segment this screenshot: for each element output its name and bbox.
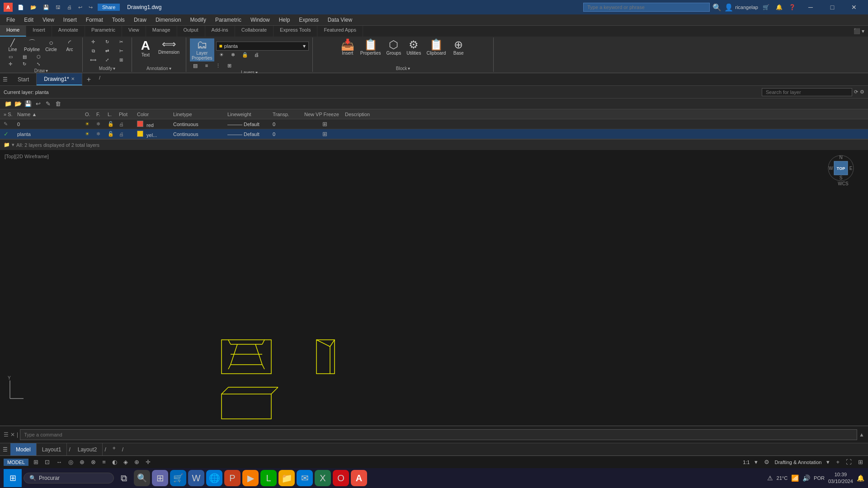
taskbar-excel-icon[interactable]: X	[315, 470, 331, 486]
layer-extra-1[interactable]: ▤	[190, 62, 201, 69]
ortho-icon[interactable]: ↔	[55, 459, 63, 465]
taskbar-edge-icon[interactable]: 🌐	[206, 470, 222, 486]
drawing-area[interactable]: [Top][2D Wireframe] Y	[0, 150, 868, 426]
tab-layout1[interactable]: Layout1	[37, 443, 67, 455]
view-cube[interactable]: N S W E TOP WCS	[827, 155, 859, 186]
layer-search-input[interactable]	[762, 88, 852, 96]
menu-dataview[interactable]: Data View	[323, 16, 357, 24]
refresh-layers-icon[interactable]: ⟳	[854, 89, 858, 95]
clipboard-btn[interactable]: 📋 Clipboard	[425, 38, 448, 56]
minimize-btn[interactable]: ─	[800, 0, 821, 14]
search-icon[interactable]: 🔍	[712, 3, 722, 12]
settings-icon[interactable]: ⚙	[763, 459, 771, 465]
layer-btn-3[interactable]: 🔒	[240, 52, 250, 58]
save-layer-state-icon[interactable]: 💾	[24, 99, 33, 108]
model-space-btn[interactable]: MODEL	[4, 459, 28, 466]
rectangle-tool[interactable]: ▭	[4, 53, 17, 60]
modify-group-label[interactable]: Modify▾	[99, 66, 115, 71]
utilities-btn[interactable]: ⚙ Utilities	[405, 38, 423, 56]
menu-format[interactable]: Format	[81, 16, 108, 24]
layer-planta-plot-btn[interactable]: 🖨	[119, 131, 137, 137]
modify-mirror-tool[interactable]: ⇄	[100, 47, 114, 54]
modify-array-tool[interactable]: ⊞	[114, 56, 128, 63]
ribbon-tab-view[interactable]: View	[122, 26, 146, 37]
layer-planta-color[interactable]: yel...	[137, 131, 173, 138]
delete-layer-state-icon[interactable]: 🗑	[53, 99, 62, 108]
open-layer-state-icon[interactable]: 📂	[14, 99, 23, 108]
wifi-icon[interactable]: 📶	[791, 474, 799, 482]
scale-tool[interactable]: ⤡	[32, 61, 45, 67]
layer-0-on-btn[interactable]: ☀	[85, 121, 96, 127]
properties-btn[interactable]: 📋 Properties	[359, 38, 383, 56]
volume-icon[interactable]: 🔊	[802, 474, 810, 482]
undo-btn[interactable]: ↩	[76, 4, 85, 11]
line-tool[interactable]: ╱ Line	[4, 38, 22, 53]
layer-properties-btn[interactable]: 🗂 LayerProperties	[190, 38, 214, 61]
text-tool[interactable]: A Text	[137, 38, 155, 58]
menu-help[interactable]: Help	[274, 16, 295, 24]
updates-icon[interactable]: 🔔	[776, 4, 783, 10]
cmd-options-icon[interactable]: |	[17, 432, 18, 438]
modify-extend-tool[interactable]: ⊢	[114, 47, 128, 54]
ribbon-tab-manage[interactable]: Manage	[146, 26, 177, 37]
save-btn[interactable]: 💾	[41, 4, 52, 11]
dimension-tool[interactable]: ⟺ Dimension	[156, 38, 181, 56]
cmd-menu-icon[interactable]: ☰	[4, 432, 9, 438]
layers-settings-icon[interactable]: ⚙	[860, 89, 864, 95]
layer-0-lock-btn[interactable]: 🔓	[108, 121, 119, 127]
grid-icon[interactable]: ⊞	[32, 459, 40, 465]
layer-planta-linetype[interactable]: Continuous	[173, 131, 227, 137]
layer-extra-3[interactable]: ⋮	[212, 62, 223, 69]
layer-0-freeze-btn[interactable]: ❄	[96, 121, 108, 127]
taskbar-teams-icon[interactable]: ⊞	[152, 470, 168, 486]
dynamic-input-icon[interactable]: ✛	[144, 459, 152, 465]
otrack-icon[interactable]: ⊗	[90, 459, 97, 465]
layer-extra-2[interactable]: ≡	[201, 62, 212, 69]
workspace-picker[interactable]: ⬛ ▾	[854, 28, 864, 34]
open-file-btn[interactable]: 📂	[28, 4, 39, 11]
command-input[interactable]	[20, 429, 857, 440]
transparency-icon[interactable]: ◐	[111, 459, 118, 465]
layer-btn-1[interactable]: ☀	[216, 52, 227, 58]
menu-tools[interactable]: Tools	[108, 16, 129, 24]
print-btn[interactable]: 🖨	[65, 4, 74, 11]
menu-modify[interactable]: Modify	[186, 16, 211, 24]
arc-tool[interactable]: ◜ Arc	[61, 38, 79, 53]
ribbon-tab-output[interactable]: Output	[177, 26, 205, 37]
menu-dimension[interactable]: Dimension	[151, 16, 186, 24]
layer-btn-2[interactable]: ❄	[228, 52, 239, 58]
modify-move-tool[interactable]: ✛	[86, 38, 100, 45]
taskbar-word-icon[interactable]: W	[188, 470, 204, 486]
help-icon[interactable]: ❓	[789, 4, 796, 10]
modify-scale-tool[interactable]: ⤢	[100, 56, 114, 63]
ribbon-tab-addins[interactable]: Add-ins	[205, 26, 235, 37]
col-header-name[interactable]: Name ▲	[17, 112, 85, 117]
ribbon-tab-collaborate[interactable]: Collaborate	[235, 26, 274, 37]
layer-planta-lock-btn[interactable]: 🔓	[108, 131, 119, 137]
close-drawing-icon[interactable]: ✕	[71, 76, 75, 81]
snap-icon[interactable]: ⊡	[43, 459, 51, 465]
3d-osna-icon[interactable]: ⊕	[133, 459, 141, 465]
lineweight-icon[interactable]: ≡	[101, 459, 107, 465]
region-tool[interactable]: ⬡	[32, 53, 45, 60]
keyword-search-input[interactable]	[583, 3, 710, 12]
base-btn[interactable]: ⊕ Base	[449, 38, 467, 56]
close-btn[interactable]: ✕	[844, 0, 864, 14]
drawing-canvas[interactable]	[0, 150, 868, 426]
ribbon-tab-parametric[interactable]: Parametric	[85, 26, 122, 37]
viewport-icon[interactable]: ⊞	[857, 459, 864, 465]
taskbar-mail-icon[interactable]: ✉	[297, 470, 313, 486]
taskbar-store-icon[interactable]: 🛒	[170, 470, 186, 486]
layer-0-linetype[interactable]: Continuous	[173, 122, 227, 127]
menu-file[interactable]: File	[2, 16, 19, 24]
ribbon-tab-annotate[interactable]: Annotate	[52, 26, 85, 37]
scale-icon[interactable]: ▾	[753, 459, 759, 465]
ribbon-tab-express[interactable]: Express Tools	[274, 26, 317, 37]
modify-trim-tool[interactable]: ✂	[114, 38, 128, 45]
taskbar-autocad-icon[interactable]: A	[351, 470, 367, 486]
menu-insert[interactable]: Insert	[59, 16, 81, 24]
modify-rotate-tool[interactable]: ↻	[100, 38, 114, 45]
block-group-label[interactable]: Block▾	[396, 66, 410, 71]
isnap-icon[interactable]: ⊕	[78, 459, 86, 465]
taskbar-zoom-icon[interactable]: 🔍	[134, 470, 150, 486]
